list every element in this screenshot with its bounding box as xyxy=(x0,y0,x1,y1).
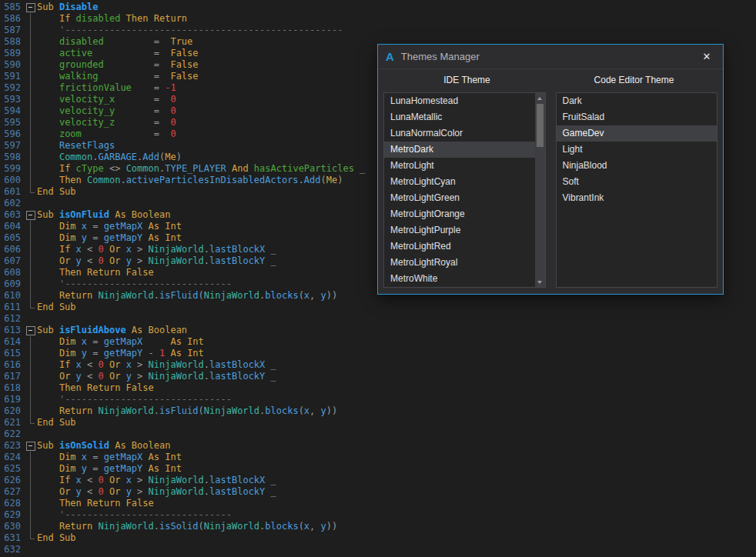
code-line[interactable]: 613Sub isFluidAbove As Boolean xyxy=(0,325,756,336)
code-line[interactable]: 629 '------------------------------ xyxy=(0,509,756,521)
code-text: Dim x = getMapX As Int xyxy=(37,452,182,463)
ide-theme-item[interactable]: LunaNormalColor xyxy=(384,125,535,142)
line-number: 628 xyxy=(0,498,25,509)
line-number: 615 xyxy=(0,348,25,359)
code-text: Then Common.activeParticlesInDisabledAct… xyxy=(37,175,343,186)
code-line[interactable]: 586 If disabled Then Return xyxy=(0,13,756,25)
line-number: 604 xyxy=(0,221,25,232)
code-text: '------------------------------ xyxy=(37,278,232,290)
fold-margin xyxy=(25,82,37,94)
line-number: 600 xyxy=(0,175,25,186)
fold-margin xyxy=(25,371,37,382)
code-editor-theme-header: Code Editor Theme xyxy=(550,75,718,85)
ide-theme-list[interactable]: LunaHomesteadLunaMetallicLunaNormalColor… xyxy=(383,92,546,288)
code-line[interactable]: 616 If x < 0 Or x > NinjaWorld.lastBlock… xyxy=(0,359,756,371)
line-number: 605 xyxy=(0,232,25,244)
fold-collapse-icon[interactable] xyxy=(25,209,37,221)
code-line[interactable]: 624 Dim x = getMapX As Int xyxy=(0,452,756,463)
ide-theme-item[interactable]: MetroLightCyan xyxy=(384,174,535,190)
theme-column-headers: IDE Theme Code Editor Theme xyxy=(378,69,723,91)
line-number: 624 xyxy=(0,452,25,463)
code-line[interactable]: 617 Or y < 0 Or y > NinjaWorld.lastBlock… xyxy=(0,371,756,382)
triangle-down-icon xyxy=(537,281,542,284)
code-line[interactable]: 615 Dim y = getMapY - 1 As Int xyxy=(0,348,756,359)
code-text: If x < 0 Or x > NinjaWorld.lastBlockX _ xyxy=(37,359,276,371)
ide-theme-item[interactable]: MetroLightRoyal xyxy=(384,255,535,271)
ide-theme-item[interactable]: MetroDark xyxy=(384,142,535,158)
code-text: active = False xyxy=(37,48,199,59)
b4a-logo-icon: A xyxy=(386,50,394,63)
fold-margin xyxy=(25,302,37,313)
ide-theme-item[interactable]: MetroLight xyxy=(384,158,535,174)
code-line[interactable]: 628 Then Return False xyxy=(0,498,756,509)
ide-theme-item[interactable]: MetroLightGreen xyxy=(384,190,535,206)
code-text: velocity_y = 0 xyxy=(37,105,176,117)
code-line[interactable]: 625 Dim y = getMapY As Int xyxy=(0,463,756,475)
code-line[interactable]: 626 If x < 0 Or x > NinjaWorld.lastBlock… xyxy=(0,475,756,486)
code-editor-theme-item[interactable]: Light xyxy=(557,142,718,158)
line-number: 593 xyxy=(0,94,25,105)
dialog-titlebar[interactable]: A Themes Manager ✕ xyxy=(378,45,723,69)
code-text: '------------------------------ xyxy=(37,509,232,521)
code-line[interactable]: 614 Dim x = getMapX As Int xyxy=(0,336,756,348)
fold-margin xyxy=(25,278,37,290)
ide-theme-item[interactable]: MetroLightRed xyxy=(384,238,535,255)
code-editor-theme-item[interactable]: NinjaBlood xyxy=(557,158,718,174)
scroll-up-arrow-icon[interactable] xyxy=(535,93,545,103)
close-icon[interactable]: ✕ xyxy=(698,51,715,62)
code-line[interactable]: 611End Sub xyxy=(0,302,756,313)
line-number: 617 xyxy=(0,371,25,382)
code-line[interactable]: 631End Sub xyxy=(0,532,756,544)
code-line[interactable]: 585Sub Disable xyxy=(0,2,756,13)
code-editor-theme-items: DarkFruitSaladGameDevLightNinjaBloodSoft… xyxy=(557,93,718,287)
fold-margin xyxy=(25,221,37,232)
scrollbar-thumb[interactable] xyxy=(537,104,544,147)
code-text: Or y < 0 Or y > NinjaWorld.lastBlockY _ xyxy=(37,255,276,267)
fold-margin xyxy=(25,290,37,302)
code-line[interactable]: 630 Return NinjaWorld.isSolid(NinjaWorld… xyxy=(0,521,756,532)
code-line[interactable]: 612 xyxy=(0,313,756,325)
ide-theme-item[interactable]: MetroLightOrange xyxy=(384,206,535,222)
code-text: Then Return False xyxy=(37,498,154,509)
ide-theme-item[interactable]: LunaHomestead xyxy=(384,93,535,109)
fold-margin xyxy=(25,509,37,521)
code-line[interactable]: 621End Sub xyxy=(0,417,756,429)
code-editor-theme-item[interactable]: Dark xyxy=(557,93,718,109)
code-editor-theme-list[interactable]: DarkFruitSaladGameDevLightNinjaBloodSoft… xyxy=(556,92,718,288)
code-text: Return NinjaWorld.isFluid(NinjaWorld.blo… xyxy=(37,405,337,417)
fold-margin xyxy=(25,71,37,82)
fold-margin xyxy=(25,163,37,175)
line-number: 591 xyxy=(0,71,25,82)
code-line[interactable]: 587 '-----------------------------------… xyxy=(0,25,756,36)
code-editor-theme-item[interactable]: FruitSalad xyxy=(557,109,718,125)
themes-manager-dialog: A Themes Manager ✕ IDE Theme Code Editor… xyxy=(377,44,724,295)
code-line[interactable]: 623Sub isOnSolid As Boolean xyxy=(0,440,756,452)
ide-theme-item[interactable]: LunaMetallic xyxy=(384,109,535,125)
ide-theme-item[interactable]: MetroWhite xyxy=(384,271,535,287)
fold-collapse-icon[interactable] xyxy=(25,440,37,452)
ide-theme-scrollbar[interactable] xyxy=(535,93,545,287)
line-number: 606 xyxy=(0,244,25,255)
code-line[interactable]: 618 Then Return False xyxy=(0,382,756,394)
ide-theme-item[interactable]: MetroLightPurple xyxy=(384,222,535,238)
line-number: 616 xyxy=(0,359,25,371)
code-line[interactable]: 632 xyxy=(0,544,756,555)
fold-collapse-icon[interactable] xyxy=(25,2,37,13)
fold-collapse-icon[interactable] xyxy=(25,325,37,336)
code-editor-theme-item[interactable]: VibrantInk xyxy=(557,190,718,206)
line-number: 621 xyxy=(0,417,25,429)
scroll-down-arrow-icon[interactable] xyxy=(535,277,545,287)
line-number: 622 xyxy=(0,429,25,440)
code-line[interactable]: 620 Return NinjaWorld.isFluid(NinjaWorld… xyxy=(0,405,756,417)
line-number: 613 xyxy=(0,325,25,336)
line-number: 592 xyxy=(0,82,25,94)
code-line[interactable]: 622 xyxy=(0,429,756,440)
code-line[interactable]: 619 '------------------------------ xyxy=(0,394,756,405)
fold-margin xyxy=(25,59,37,71)
code-editor-theme-item[interactable]: GameDev xyxy=(557,125,718,142)
code-editor-theme-item[interactable]: Soft xyxy=(557,174,718,190)
line-number: 611 xyxy=(0,302,25,313)
code-line[interactable]: 627 Or y < 0 Or y > NinjaWorld.lastBlock… xyxy=(0,486,756,498)
line-number: 626 xyxy=(0,475,25,486)
code-text: '---------------------------------------… xyxy=(37,25,343,36)
